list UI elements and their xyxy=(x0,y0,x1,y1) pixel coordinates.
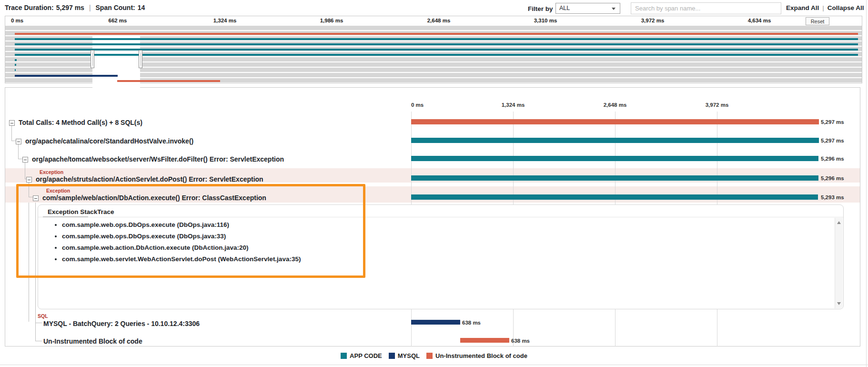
minimap-span-bar xyxy=(15,43,858,45)
minimap-tick: 3,310 ms xyxy=(534,18,557,23)
span-row-label[interactable]: Un-Instrumented Block of code xyxy=(43,337,142,345)
stacktrace-frame: com.sample.web.servlet.WebActionServlet.… xyxy=(62,255,794,263)
minimap-span-bar xyxy=(15,38,858,40)
legend-item-mysql: MYSQL xyxy=(389,352,420,359)
collapse-all-link[interactable]: Collapse All xyxy=(828,4,864,11)
exception-stacktrace-panel: Exception StackTrace com.sample.web.ops.… xyxy=(38,204,844,309)
span-row-label[interactable]: MYSQL - BatchQuery: 2 Queries - 10.10.12… xyxy=(43,320,200,327)
minimap-tick: 662 ms xyxy=(108,18,127,23)
span-duration-value: 5,293 ms xyxy=(821,194,844,200)
tree-connector xyxy=(29,203,29,322)
minimap-bars-area[interactable] xyxy=(5,26,862,83)
axis-tick: 0 ms xyxy=(411,102,424,108)
span-waterfall-bar[interactable] xyxy=(411,119,819,124)
collapse-row-icon[interactable] xyxy=(9,120,15,126)
scroll-down-icon[interactable] xyxy=(837,302,841,305)
trace-detail-panel: 0 ms 1,324 ms 2,648 ms 3,972 ms Total Ca… xyxy=(5,87,860,347)
legend-item-app-code: APP CODE xyxy=(341,352,382,359)
axis-tick: 2,648 ms xyxy=(604,102,627,108)
span-waterfall-bar[interactable] xyxy=(411,175,818,181)
page-right-border xyxy=(866,0,867,367)
legend-label: MYSQL xyxy=(398,352,420,359)
tree-connector xyxy=(35,323,42,323)
minimap-span-bar xyxy=(15,75,118,77)
legend-label: Un-Instrumented Block of code xyxy=(435,352,527,359)
stacktrace-heading: Exception StackTrace xyxy=(48,208,114,215)
search-input[interactable] xyxy=(631,2,781,14)
tree-connector xyxy=(29,183,29,197)
span-duration-value: 638 ms xyxy=(462,320,481,326)
collapse-row-icon[interactable] xyxy=(26,177,32,183)
span-row-label[interactable]: com/sample/web/action/DbAction.execute()… xyxy=(42,194,266,202)
collapse-row-icon[interactable] xyxy=(22,157,28,163)
legend-swatch-icon xyxy=(341,353,347,359)
span-row-label[interactable]: org/apache/tomcat/websocket/server/WsFil… xyxy=(32,155,284,163)
minimap-tick: 2,648 ms xyxy=(427,18,451,23)
minimap-tick: 3,972 ms xyxy=(641,18,665,23)
minimap-tick: 1,986 ms xyxy=(320,18,343,23)
exception-tag: Exception xyxy=(46,188,70,194)
tree-connector xyxy=(18,144,19,159)
tree-connector xyxy=(18,159,22,159)
collapse-row-icon[interactable] xyxy=(33,195,39,201)
trace-summary: Trace Duration: 5,297 ms | Span Count: 1… xyxy=(5,4,145,11)
span-row-label[interactable]: org/apache/catalina/core/StandardHostVal… xyxy=(25,137,193,145)
span-waterfall-bar[interactable] xyxy=(411,320,460,325)
stacktrace-rule-accent xyxy=(43,216,88,217)
stacktrace-frame: com.sample.web.action.DbAction.execute (… xyxy=(62,244,794,251)
tree-connector xyxy=(35,341,42,341)
exception-tag: Exception xyxy=(40,169,63,175)
minimap-tick: 0 ms xyxy=(11,18,23,23)
legend-item-un-instrumented: Un-Instrumented Block of code xyxy=(426,352,527,359)
reset-button[interactable]: Reset xyxy=(806,17,829,25)
minimap-span-bar xyxy=(117,80,220,82)
brush-left-handle[interactable] xyxy=(91,50,94,68)
trace-duration-label: Trace Duration: xyxy=(5,4,54,11)
axis-tick: 1,324 ms xyxy=(502,102,525,108)
minimap-span-bar xyxy=(15,33,858,35)
brush-right-handle[interactable] xyxy=(139,50,142,68)
links-separator: | xyxy=(822,4,824,11)
tree-connector xyxy=(11,126,12,141)
span-duration-value: 5,297 ms xyxy=(821,138,844,143)
minimap-tick: 1,324 ms xyxy=(213,18,237,23)
trace-duration-value: 5,297 ms xyxy=(56,4,84,11)
stacktrace-frame-list: com.sample.web.ops.DbOps.execute (DbOps.… xyxy=(50,221,794,267)
filter-select[interactable]: ALL xyxy=(555,3,620,14)
stacktrace-frame: com.sample.web.ops.DbOps.execute (DbOps.… xyxy=(62,233,794,240)
span-waterfall-bar[interactable] xyxy=(411,138,819,143)
axis-tick: 3,972 ms xyxy=(706,102,729,108)
filter-by-label: Filter by xyxy=(528,5,553,12)
span-duration-value: 5,297 ms xyxy=(821,119,844,125)
minimap-span-bar xyxy=(15,69,16,71)
span-duration-value: 5,296 ms xyxy=(821,175,844,181)
stacktrace-frame: com.sample.web.ops.DbOps.execute (DbOps.… xyxy=(62,221,794,228)
span-row-label[interactable]: Total Calls: 4 Method Call(s) + 8 SQL(s) xyxy=(19,119,142,126)
span-duration-value: 638 ms xyxy=(511,338,530,344)
timeline-minimap: 0 ms 662 ms 1,324 ms 1,986 ms 2,648 ms 3… xyxy=(5,16,862,83)
stacktrace-rule xyxy=(38,217,843,217)
span-count-value: 14 xyxy=(138,4,145,11)
chevron-down-icon xyxy=(612,8,616,10)
collapse-row-icon[interactable] xyxy=(16,139,21,144)
minimap-tick: 4,634 ms xyxy=(748,18,771,23)
legend-swatch-icon xyxy=(389,353,395,359)
expand-all-link[interactable]: Expand All xyxy=(786,4,819,11)
tree-connector xyxy=(25,163,25,179)
filter-selected-value: ALL xyxy=(559,5,570,11)
scroll-up-icon[interactable] xyxy=(837,221,841,224)
expand-collapse-controls: Expand All | Collapse All xyxy=(786,4,864,11)
span-row-label[interactable]: org/apache/struts/action/ActionServlet.d… xyxy=(36,175,263,183)
minimap-span-bar xyxy=(15,64,16,66)
tree-connector xyxy=(29,197,33,197)
span-waterfall-bar[interactable] xyxy=(460,338,509,343)
span-waterfall-bar[interactable] xyxy=(411,156,818,161)
sql-tag: SQL xyxy=(38,313,48,319)
legend-label: APP CODE xyxy=(350,352,382,359)
tree-connector xyxy=(35,203,36,341)
tree-connector xyxy=(11,141,16,141)
legend-swatch-icon xyxy=(426,353,433,359)
stacktrace-scrollbar[interactable] xyxy=(835,218,843,308)
span-duration-value: 5,296 ms xyxy=(821,156,844,162)
span-waterfall-bar[interactable] xyxy=(411,194,818,200)
